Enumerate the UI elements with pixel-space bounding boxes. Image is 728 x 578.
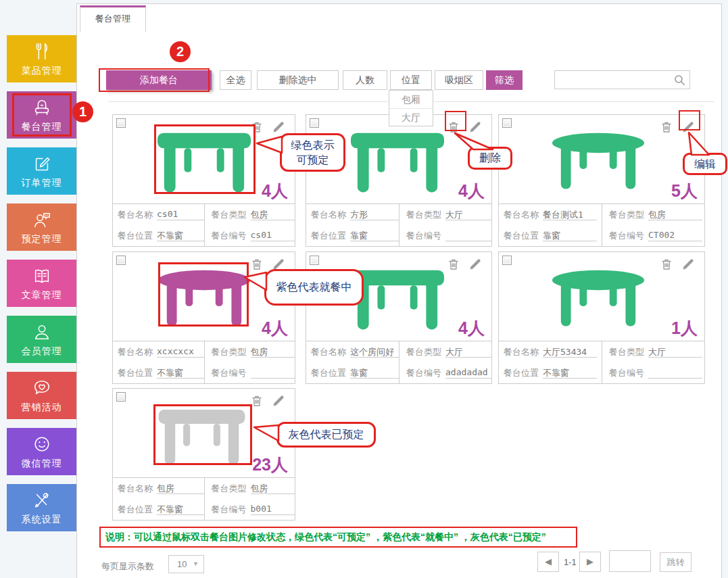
table-image[interactable] — [157, 410, 246, 466]
location-button[interactable]: 位置 — [390, 70, 432, 90]
table-image[interactable] — [157, 133, 251, 195]
table-card: 1人 餐台名称大厅53434 餐台类型大厅 餐台位置不靠窗 餐台编号 — [498, 251, 705, 384]
edit-icon[interactable] — [272, 394, 285, 408]
field-label: 餐台名称 — [118, 209, 153, 221]
card-checkbox[interactable] — [310, 256, 319, 265]
jump-button[interactable]: 跳转 — [660, 552, 691, 572]
trash-icon[interactable] — [447, 120, 460, 134]
trash-icon[interactable] — [250, 120, 264, 134]
trash-icon[interactable] — [660, 120, 673, 134]
card-fields: 餐台名称xcxcxcx 餐台类型包房 餐台位置不靠窗 餐台编号 — [113, 341, 295, 383]
sidebar-item-reservations[interactable]: 预定管理 — [7, 203, 76, 251]
seat-count: 23人 — [252, 454, 288, 476]
sidebar-item-settings[interactable]: 系统设置 — [7, 484, 76, 531]
edit-icon[interactable] — [272, 120, 285, 134]
table-card: 23人 餐台名称包房 餐台类型包房 餐台位置不靠窗 餐台编号b001 — [112, 388, 295, 521]
table-name-value: 包房 — [157, 483, 204, 494]
table-name-value: 方形 — [350, 209, 399, 220]
next-page-button[interactable]: ▶ — [579, 552, 601, 572]
field-label: 餐台类型 — [406, 209, 441, 221]
search-icon[interactable] — [674, 74, 685, 86]
filter-button[interactable]: 筛选 — [486, 70, 523, 90]
callout-line: 紫色代表就餐中 — [276, 280, 352, 295]
location-option-hall[interactable]: 大厅 — [389, 108, 433, 126]
table-name-value: 大厅53434 — [543, 346, 597, 358]
field-label: 餐台名称 — [504, 346, 539, 358]
table-image[interactable] — [552, 133, 645, 195]
sidebar-item-wechat[interactable]: 微信管理 — [7, 428, 76, 475]
per-page-select[interactable]: 10 ▼ — [168, 555, 204, 573]
field-label: 餐台类型 — [212, 483, 247, 495]
sidebar-item-articles[interactable]: 文章管理 — [7, 260, 76, 307]
table-type-value: 大厅 — [445, 346, 491, 358]
add-table-button[interactable]: 添加餐台 — [106, 70, 212, 90]
trash-icon[interactable] — [250, 394, 264, 408]
card-checkbox[interactable] — [502, 256, 512, 265]
card-fields: 餐台名称包房 餐台类型包房 餐台位置不靠窗 餐台编号b001 — [113, 477, 295, 520]
callout-line: 编辑 — [694, 157, 716, 172]
select-all-button[interactable]: 全选 — [220, 70, 251, 90]
sidebar-item-orders[interactable]: 订单管理 — [7, 147, 76, 195]
search-input[interactable] — [558, 72, 673, 88]
callout-line: 灰色代表已预定 — [289, 427, 364, 442]
table-type-value: 包房 — [648, 209, 702, 220]
edit-icon[interactable] — [681, 258, 695, 271]
edit-icon[interactable] — [468, 258, 482, 271]
field-label: 餐台编号 — [609, 367, 644, 379]
table-number-value: b001 — [251, 504, 295, 515]
card-checkbox[interactable] — [502, 118, 512, 128]
field-label: 餐台名称 — [118, 483, 153, 495]
table-type-value: 包房 — [251, 483, 295, 494]
table-name-value: 餐台测试1 — [543, 209, 597, 220]
table-image[interactable] — [351, 270, 444, 332]
table-position-value: 不靠窗 — [157, 504, 204, 515]
location-dropdown: 包厢 大厅 — [389, 90, 433, 126]
table-position-value: 不靠窗 — [157, 367, 204, 379]
sidebar-item-tables[interactable]: 餐台管理 — [7, 91, 76, 139]
table-position-value: 不靠窗 — [543, 367, 597, 379]
person-icon — [7, 320, 76, 343]
delete-selected-button[interactable]: 删除选中 — [257, 70, 339, 90]
prev-page-button[interactable]: ◀ — [537, 552, 559, 572]
trash-icon[interactable] — [250, 258, 264, 271]
callout-line: 可预定 — [297, 153, 329, 168]
table-image[interactable] — [351, 133, 444, 195]
search-box — [554, 70, 690, 89]
edit-icon[interactable] — [468, 120, 482, 134]
seat-count: 1人 — [671, 317, 698, 339]
sidebar-item-dishes[interactable]: 菜品管理 — [7, 35, 76, 82]
card-checkbox[interactable] — [116, 392, 126, 402]
sidebar-item-members[interactable]: 会员管理 — [7, 316, 76, 363]
trash-icon[interactable] — [447, 258, 460, 271]
table-name-value: 这个房间好 — [350, 346, 399, 358]
field-label: 餐台类型 — [609, 209, 644, 221]
seat-count: 4人 — [262, 317, 288, 339]
status-legend-note: 说明：可以通过鼠标双击餐台图片修改状态，绿色代表“可预定” ，紫色代表“就餐中”… — [99, 527, 577, 548]
sidebar-item-label: 预定管理 — [7, 233, 76, 245]
field-label: 餐台位置 — [504, 367, 539, 379]
sidebar-item-marketing[interactable]: 营销活动 — [7, 372, 76, 419]
field-label: 餐台编号 — [212, 504, 247, 516]
people-count-button[interactable]: 人数 — [343, 70, 387, 90]
heart-bubble-icon — [7, 377, 76, 400]
card-checkbox[interactable] — [310, 118, 319, 128]
callout-edit: 编辑 — [683, 153, 727, 175]
prev-icon: ◀ — [545, 556, 552, 567]
smoking-area-button[interactable]: 吸烟区 — [435, 70, 483, 90]
table-number-value — [251, 367, 295, 379]
per-page-label: 每页显示条数 — [101, 560, 154, 573]
sidebar-item-label: 会员管理 — [7, 345, 76, 358]
field-label: 餐台编号 — [406, 230, 441, 242]
edit-icon[interactable] — [681, 120, 695, 134]
jump-page-input[interactable] — [609, 550, 651, 572]
card-checkbox[interactable] — [116, 118, 126, 128]
location-option-private-room[interactable]: 包厢 — [389, 91, 433, 108]
trash-icon[interactable] — [660, 258, 673, 271]
card-checkbox[interactable] — [116, 256, 126, 265]
table-position-value: 靠窗 — [350, 367, 399, 379]
tab-table-management[interactable]: 餐台管理 — [80, 5, 146, 32]
table-image[interactable] — [552, 270, 645, 332]
table-type-value: 包房 — [251, 209, 295, 220]
table-image[interactable] — [157, 270, 251, 332]
book-icon — [7, 264, 76, 287]
